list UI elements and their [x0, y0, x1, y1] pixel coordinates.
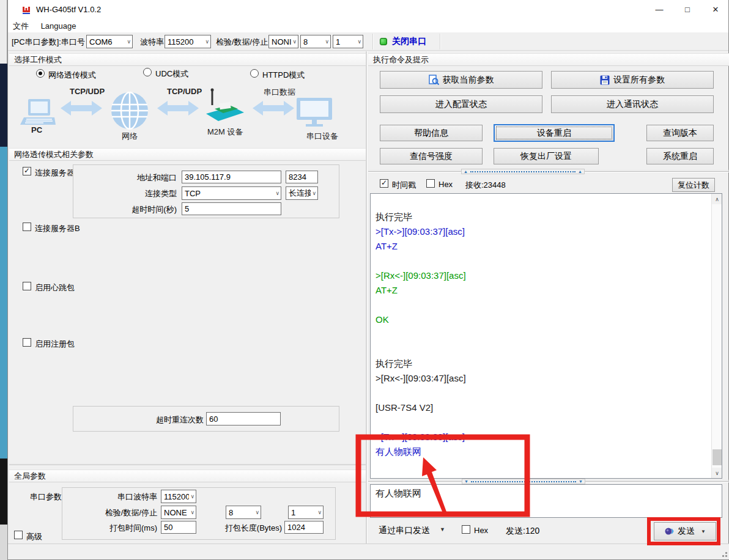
speaker-send-icon [664, 526, 674, 536]
recv-hex-label[interactable]: Hex [439, 180, 453, 189]
send-input-text: 有人物联网 [371, 485, 722, 503]
global-parity-select[interactable]: NONE∨ [161, 506, 196, 519]
minimize-button[interactable]: — [645, 0, 673, 19]
timeout-label: 超时时间(秒) [123, 204, 177, 215]
send-hex-label[interactable]: Hex [474, 526, 488, 535]
server-b-label[interactable]: 连接服务器B [35, 223, 80, 234]
scroll-up-icon[interactable]: ∧ [712, 194, 722, 204]
left-splitter[interactable] [9, 465, 366, 465]
chevron-down-icon: ▼ [701, 529, 706, 534]
log-output-area[interactable]: 执行完毕 >[Tx->][09:03:37][asc] AT+Z >[Rx<-]… [370, 193, 722, 479]
chevron-down-icon: ∨ [317, 509, 322, 515]
sent-count: 发送:120 [506, 526, 539, 537]
pack-time-input[interactable]: 50 [161, 521, 196, 534]
advanced-label[interactable]: 高级 [26, 531, 42, 542]
register-checkbox[interactable] [23, 338, 31, 347]
params-header: 网络透传模式相关参数 [9, 148, 366, 161]
reset-counter-button[interactable]: 复位计数 [672, 178, 715, 192]
com-port-select[interactable]: COM6∨ [86, 35, 133, 48]
collapse-up-icon: ▲ [464, 169, 468, 174]
stopbits-select[interactable]: 1∨ [333, 35, 363, 48]
query-version-button[interactable]: 查询版本 [646, 125, 714, 141]
global-stopbits-select[interactable]: 1∨ [288, 506, 324, 519]
timestamp-label[interactable]: 时间戳 [392, 180, 416, 191]
port-input[interactable]: 8234 [286, 171, 318, 183]
server-a-checkbox[interactable]: ✓ [23, 167, 31, 175]
radio-udc-mode[interactable] [143, 68, 152, 76]
log-splitter-handle[interactable]: ▲ ▲ [461, 169, 585, 174]
search-doc-icon [429, 75, 439, 85]
radio-net-passthrough-label[interactable]: 网络透传模式 [48, 70, 96, 81]
log-line: [USR-7S4 V2] [371, 400, 722, 415]
radio-httpd-mode-label[interactable]: HTTPD模式 [262, 70, 305, 81]
chevron-down-icon: ∨ [325, 39, 329, 45]
arrow-bidirectional-icon [61, 100, 102, 116]
timestamp-checkbox[interactable]: ✓ [380, 179, 388, 188]
menu-file[interactable]: 文件 [8, 20, 34, 33]
scroll-down-icon[interactable]: ∨ [712, 468, 722, 478]
pack-len-input[interactable]: 1024 [284, 521, 324, 534]
recv-hex-checkbox[interactable] [426, 179, 435, 188]
diagram-link1-label: TCP/UDP [70, 87, 105, 96]
global-databits-select[interactable]: 8∨ [226, 506, 261, 519]
m2m-device-icon [202, 88, 246, 125]
menu-language[interactable]: Language [36, 20, 81, 32]
enter-comm-button[interactable]: 进入通讯状态 [551, 95, 714, 113]
addr-input[interactable]: 39.105.117.9 [182, 171, 281, 183]
conn-type-label: 连接类型 [129, 188, 177, 199]
log-scrollbar[interactable]: ∧ ∨ [711, 194, 722, 478]
help-info-button[interactable]: 帮助信息 [380, 125, 483, 141]
arrow-bidirectional-icon [157, 100, 199, 116]
arrow-bidirectional-icon [253, 100, 294, 116]
conn-type-select[interactable]: TCP∨ [182, 186, 281, 200]
signal-strength-button[interactable]: 查信号强度 [380, 148, 483, 164]
log-line [371, 327, 722, 342]
log-line: >[Tx->][09:03:37][asc] [371, 224, 722, 239]
send-hex-checkbox[interactable] [462, 525, 470, 534]
heartbeat-checkbox[interactable] [23, 282, 31, 290]
log-line: >[Rx<-][09:03:37][asc] [371, 268, 722, 283]
diagram-network-label: 网络 [122, 131, 138, 142]
system-restart-button[interactable]: 系统重启 [646, 148, 714, 164]
maximize-button[interactable]: □ [673, 0, 701, 19]
heartbeat-label[interactable]: 启用心跳包 [35, 282, 75, 293]
timeout-input[interactable]: 5 [182, 202, 281, 215]
main-splitter[interactable] [366, 51, 367, 543]
send-input-area[interactable]: 有人物联网 [370, 484, 722, 518]
databits-select[interactable]: 8∨ [300, 35, 331, 48]
log-line [371, 415, 722, 430]
radio-net-passthrough[interactable] [36, 69, 45, 78]
factory-reset-button[interactable]: 恢复出厂设置 [494, 148, 599, 164]
resize-grip-icon[interactable] [722, 555, 724, 557]
enter-config-button[interactable]: 进入配置状态 [380, 95, 542, 113]
global-baud-select[interactable]: 115200∨ [161, 490, 196, 503]
toolbar: [PC串口参数]:串口号 COM6∨ 波特率 115200∨ 检验/数据/停止 … [8, 32, 728, 51]
baud-select[interactable]: 115200∨ [165, 35, 211, 48]
get-params-button[interactable]: 获取当前参数 [380, 71, 542, 89]
network-globe-icon [111, 92, 149, 130]
set-params-button[interactable]: 设置所有参数 [551, 71, 714, 89]
radio-httpd-mode[interactable] [250, 69, 259, 78]
log-line: 有人物联网 [371, 444, 722, 459]
device-restart-button[interactable]: 设备重启 [494, 124, 615, 142]
advanced-checkbox[interactable] [14, 531, 23, 539]
register-label[interactable]: 启用注册包 [35, 339, 75, 350]
log-line: AT+Z [371, 239, 722, 254]
send-via-dropdown[interactable]: 通过串口发送 [379, 525, 430, 536]
resize-grip-icon[interactable] [725, 555, 727, 557]
pack-len-label: 打包长度(Bytes) [210, 523, 282, 534]
chevron-down-icon[interactable]: ▼ [440, 526, 445, 532]
scrollbar-thumb[interactable] [712, 449, 722, 465]
chevron-down-icon: ∨ [127, 39, 131, 45]
close-button[interactable]: ✕ [701, 0, 729, 19]
send-splitter-handle[interactable]: ▼ ▼ [462, 479, 585, 484]
reconnect-input[interactable]: 60 [206, 412, 281, 426]
server-b-checkbox[interactable] [23, 223, 31, 231]
resize-grip-icon[interactable] [725, 552, 727, 554]
keepalive-select[interactable]: 长连接∨ [286, 186, 318, 200]
radio-udc-mode-label[interactable]: UDC模式 [155, 68, 188, 79]
close-port-button[interactable]: 关闭串口 [392, 36, 426, 47]
collapse-down-icon: ▼ [579, 479, 583, 484]
parity-select[interactable]: NONI∨ [268, 35, 298, 48]
send-button[interactable]: 发送 ▼ [654, 522, 716, 540]
